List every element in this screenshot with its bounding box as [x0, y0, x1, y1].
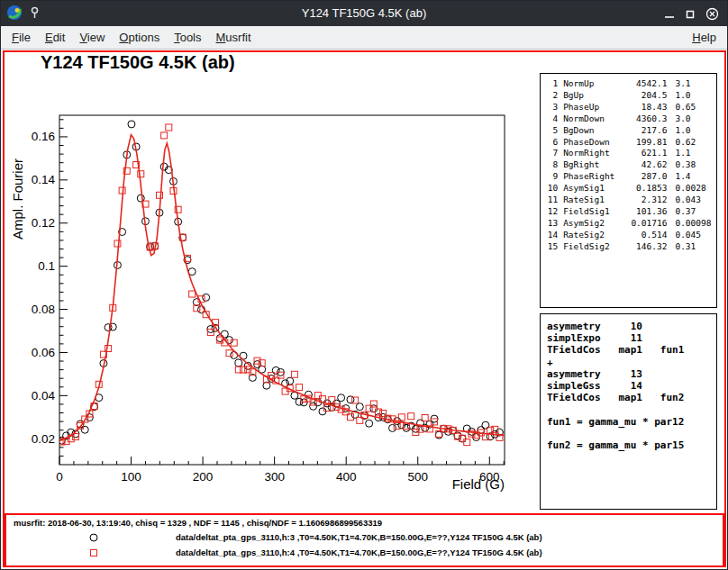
- svg-text:0.14: 0.14: [32, 173, 56, 186]
- param-row: 4NormDown4360.33.0: [544, 113, 713, 125]
- theory-line: [547, 428, 711, 439]
- menu-options[interactable]: Options: [112, 27, 167, 48]
- plot-title: Y124 TF150G 4.5K (ab): [41, 52, 235, 73]
- theory-line: TFieldCos map1 fun2: [547, 392, 711, 403]
- footer-pad: musrfit: 2018-06-30, 13:19:40, chisq = 1…: [5, 513, 724, 567]
- param-row: 1NormUp4542.13.1: [544, 78, 713, 90]
- theory-line: +: [547, 357, 711, 368]
- svg-text:0.16: 0.16: [32, 130, 55, 143]
- legend-label: data/deltat_pta_gps_3110,h:3 ,T0=4.50K,T…: [176, 532, 542, 542]
- svg-text:400: 400: [336, 470, 357, 484]
- window-title: Y124 TF150G 4.5K (ab): [1, 6, 727, 20]
- square-marker-icon: [87, 547, 100, 559]
- legend-row: data/deltat_pta_gps_3110,h:4 ,T0=4.50K,T…: [6, 545, 723, 560]
- param-row: 10AsymSig10.18530.0028: [544, 183, 713, 195]
- param-row: 6PhaseDown199.810.62: [544, 137, 713, 149]
- theory-line: asymmetry 10: [547, 321, 711, 332]
- menu-view[interactable]: View: [72, 27, 112, 48]
- menu-help[interactable]: Help: [685, 27, 723, 48]
- param-row: 5BgDown217.61.0: [544, 125, 713, 137]
- svg-text:0.08: 0.08: [32, 303, 55, 316]
- fit-curve: [59, 135, 504, 441]
- fit-info: musrfit: 2018-06-30, 13:19:40, chisq = 1…: [14, 518, 382, 528]
- plot-area[interactable]: 01002003004005006000.020.040.060.080.10.…: [8, 84, 540, 514]
- legend-row: data/deltat_pta_gps_3110,h:3 ,T0=4.50K,T…: [6, 529, 723, 545]
- theory-box: asymmetry 10simplExpo 11TFieldCos map1 f…: [540, 313, 717, 510]
- app-window: Y124 TF150G 4.5K (ab) FileEditViewOption…: [0, 0, 728, 570]
- circle-marker-icon: [87, 531, 100, 544]
- svg-text:0.12: 0.12: [32, 216, 55, 230]
- theory-line: fun1 = gamma_mu * par12: [547, 416, 711, 428]
- title-bar[interactable]: Y124 TF150G 4.5K (ab): [1, 1, 727, 26]
- svg-text:0.06: 0.06: [32, 346, 55, 359]
- theory-line: simplExpo 11: [547, 332, 711, 344]
- theory-line: TFieldCos map1 fun1: [547, 344, 711, 356]
- menu-file[interactable]: File: [5, 27, 38, 48]
- svg-text:0.1: 0.1: [38, 259, 55, 273]
- x-axis-label: Field (G): [452, 476, 505, 492]
- menu-tools[interactable]: Tools: [167, 27, 208, 48]
- maximize-button[interactable]: [685, 9, 696, 20]
- theory-line: [547, 403, 711, 415]
- theory-line: simpleGss 14: [547, 380, 711, 392]
- param-row: 9PhaseRight287.01.4: [544, 171, 713, 183]
- close-button[interactable]: [705, 7, 719, 21]
- param-row: 15FieldSig2146.320.31: [544, 241, 713, 253]
- svg-text:100: 100: [121, 470, 141, 484]
- menu-items: FileEditViewOptionsToolsMusrfit: [5, 27, 259, 48]
- root-canvas[interactable]: Y124 TF150G 4.5K (ab) 010020030040050060…: [1, 50, 728, 570]
- param-row: 3PhaseUp18.430.65: [544, 102, 713, 113]
- menu-bar: FileEditViewOptionsToolsMusrfit Help: [1, 26, 727, 50]
- y-axis-label: Ampl. Fourier: [10, 158, 25, 240]
- theory-line: fun2 = gamma_mu * par15: [547, 439, 711, 451]
- minimize-button[interactable]: [664, 9, 675, 20]
- svg-text:300: 300: [264, 470, 285, 484]
- parameter-box: 1NormUp4542.13.12BgUp204.51.03PhaseUp18.…: [540, 73, 717, 308]
- legend: data/deltat_pta_gps_3110,h:3 ,T0=4.50K,T…: [6, 529, 723, 560]
- param-row: 14RateSig20.5140.045: [544, 230, 713, 241]
- svg-text:0.02: 0.02: [32, 432, 55, 446]
- svg-text:200: 200: [193, 470, 214, 484]
- param-row: 7NormRight621.11.1: [544, 148, 713, 159]
- param-rows: 1NormUp4542.13.12BgUp204.51.03PhaseUp18.…: [544, 78, 713, 253]
- param-row: 2BgUp204.51.0: [544, 90, 713, 102]
- legend-label: data/deltat_pta_gps_3110,h:4 ,T0=4.50K,T…: [176, 547, 542, 557]
- theory-line: asymmetry 13: [547, 368, 711, 380]
- svg-text:0: 0: [56, 470, 63, 484]
- menu-edit[interactable]: Edit: [38, 27, 72, 48]
- menu-musrfit[interactable]: Musrfit: [209, 27, 259, 48]
- svg-text:0.04: 0.04: [32, 389, 56, 403]
- svg-text:500: 500: [407, 470, 428, 484]
- param-row: 8BgRight42.620.38: [544, 159, 713, 171]
- param-row: 12FieldSig1101.360.37: [544, 206, 713, 218]
- param-row: 13AsymSig20.017160.00098: [544, 218, 713, 230]
- param-row: 11RateSig12.3120.043: [544, 195, 713, 206]
- series-square: [59, 105, 503, 446]
